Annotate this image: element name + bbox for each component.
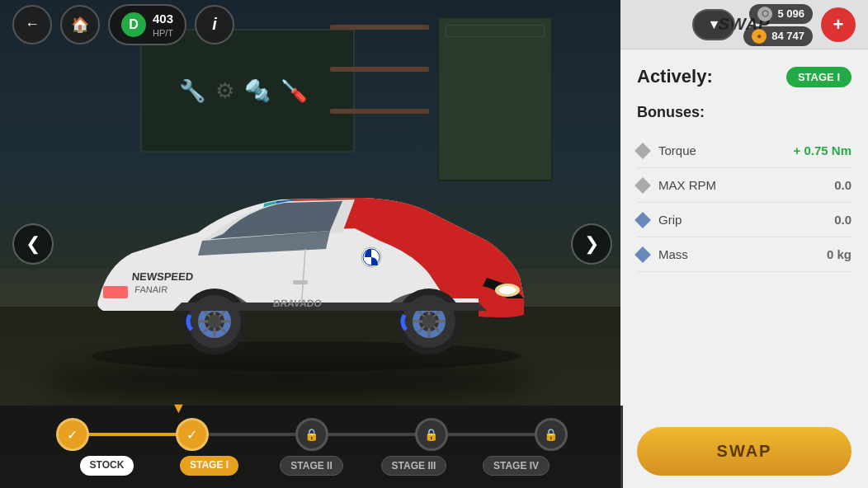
rpm-label: MAX RPM (658, 178, 824, 192)
stage-label-stock[interactable]: STOCK (56, 456, 158, 476)
top-right-controls: ▼ ⬡ 5 096 ● 84 747 + (692, 4, 856, 46)
info-icon: i (212, 15, 217, 34)
mass-icon (634, 246, 651, 263)
back-icon: ← (25, 16, 40, 33)
stage-iii-pill[interactable]: STAGE III (381, 456, 447, 476)
currency-display: ⬡ 5 096 ● 84 747 (743, 4, 813, 46)
torque-value: + 0.75 Nm (794, 143, 851, 157)
stage-node-3-icon: 🔒 (424, 428, 438, 441)
mass-label: Mass (658, 247, 817, 261)
gold-currency-row: ● 84 747 (743, 26, 813, 46)
stage-label-1[interactable]: STAGE I (158, 456, 261, 476)
rpm-icon (634, 177, 651, 194)
stage-indicator-arrow: ▼ (172, 400, 186, 417)
hp-label: HP/T (153, 27, 173, 39)
actively-row: Actively: STAGE I (637, 66, 851, 87)
stage-selector: ✓ ✓ 🔒 🔒 🔒 ▼ STOCK STAGE I ST (0, 406, 623, 488)
gold-value: 84 747 (771, 30, 804, 42)
left-arrow-icon: ❮ (26, 233, 40, 255)
stage-node-stock-icon: ✓ (67, 427, 78, 443)
stage-label-2[interactable]: STAGE II (261, 456, 363, 476)
grip-label: Grip (658, 213, 824, 227)
silver-value: 5 096 (777, 7, 804, 20)
mass-value: 0 kg (827, 247, 851, 261)
rpm-value: 0.0 (834, 178, 851, 192)
bonus-row-grip: Grip 0.0 (637, 203, 851, 237)
prev-car-button[interactable]: ❮ (12, 223, 54, 265)
add-icon: + (833, 14, 844, 35)
back-button[interactable]: ← (12, 5, 52, 45)
gold-icon: ● (752, 29, 767, 44)
dropdown-button[interactable]: ▼ (692, 9, 735, 40)
silver-icon: ⬡ (757, 7, 772, 21)
svg-rect-26 (293, 280, 308, 284)
grip-icon (634, 212, 651, 228)
active-stage-badge: STAGE I (786, 67, 851, 87)
hp-value: 403 (153, 11, 173, 27)
svg-text:NEWSPEED: NEWSPEED (131, 270, 194, 283)
garage-icon: 🏠 (71, 16, 89, 34)
bonuses-label: Bonuses: (637, 104, 851, 121)
stage-iv-pill[interactable]: STAGE IV (483, 456, 550, 476)
panel-footer: SWAP (620, 415, 868, 488)
stock-pill[interactable]: STOCK (80, 456, 134, 476)
dropdown-icon: ▼ (707, 17, 720, 31)
next-car-button[interactable]: ❯ (571, 223, 612, 265)
garage-button[interactable]: 🏠 (60, 5, 100, 45)
svg-point-3 (499, 286, 516, 294)
stage-node-4[interactable]: 🔒 (535, 418, 568, 451)
grade-badge: D 403 HP/T (108, 4, 186, 45)
svg-point-12 (422, 315, 436, 328)
svg-text:FANAIR: FANAIR (134, 284, 168, 294)
swap-button[interactable]: SWAP (637, 427, 851, 476)
actively-label: Actively: (637, 66, 713, 87)
grip-value: 0.0 (834, 213, 851, 227)
stage-node-1-icon: ✓ (186, 427, 197, 443)
stage-i-pill[interactable]: STAGE I (180, 456, 238, 476)
stage-node-stock[interactable]: ✓ (56, 418, 89, 451)
stage-node-2-icon: 🔒 (304, 428, 318, 441)
torque-icon (634, 143, 651, 159)
torque-label: Torque (658, 143, 784, 157)
stage-node-3[interactable]: 🔒 (415, 418, 448, 451)
stage-label-4[interactable]: STAGE IV (465, 456, 568, 476)
info-button[interactable]: i (195, 5, 234, 45)
svg-text:BRAVADO: BRAVADO (272, 298, 323, 309)
top-bar: ← 🏠 D 403 HP/T i ▼ ⬡ 5 096 (0, 0, 868, 49)
svg-rect-27 (103, 286, 128, 298)
stage-node-1[interactable]: ✓ (176, 418, 209, 451)
panel-body: Actively: STAGE I Bonuses: Torque + 0.75… (620, 49, 868, 415)
grade-stats: 403 HP/T (153, 11, 173, 39)
stage-track: ✓ ✓ 🔒 🔒 🔒 ▼ (56, 418, 568, 451)
stage-labels: STOCK STAGE I STAGE II STAGE III STAGE I… (56, 456, 568, 476)
silver-currency-row: ⬡ 5 096 (749, 4, 813, 24)
stage-ii-pill[interactable]: STAGE II (280, 456, 342, 476)
add-currency-button[interactable]: + (821, 7, 856, 42)
bonus-row-mass: Mass 0 kg (637, 237, 851, 272)
svg-point-21 (208, 315, 221, 328)
bonus-row-torque: Torque + 0.75 Nm (637, 134, 851, 168)
bonus-row-rpm: MAX RPM 0.0 (637, 168, 851, 203)
stage-node-2[interactable]: 🔒 (295, 418, 328, 451)
right-panel: SWAP Actively: STAGE I Bonuses: Torque +… (620, 0, 868, 488)
car-display: NEWSPEED FANAIR BRAVADO (50, 134, 561, 384)
top-left-controls: ← 🏠 D 403 HP/T i (12, 4, 234, 45)
right-arrow-icon: ❯ (584, 233, 599, 255)
stage-node-4-icon: 🔒 (544, 428, 558, 441)
stage-label-3[interactable]: STAGE III (363, 456, 465, 476)
svg-point-0 (91, 341, 520, 371)
grade-letter: D (121, 12, 146, 37)
